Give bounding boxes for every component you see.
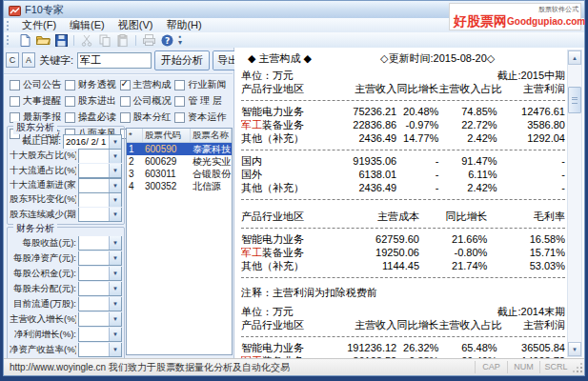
top10-float-combo[interactable]: ▼ — [78, 164, 122, 178]
toolbar-drag-handle[interactable] — [7, 35, 11, 45]
filter-capital-ops[interactable]: 资本运作 — [174, 110, 230, 124]
scroll-up-icon[interactable]: ▲ — [568, 50, 581, 65]
revenue-growth-combo[interactable]: ▼ — [78, 312, 122, 327]
filter-major-events[interactable]: 大事提醒 — [10, 94, 65, 108]
chevron-down-icon[interactable]: ▼ — [109, 328, 121, 341]
chevron-down-icon[interactable]: ▼ — [109, 236, 121, 250]
reserve-combo[interactable]: ▼ — [78, 267, 122, 281]
field-label: 主营收入增长(%): — [10, 313, 76, 326]
float-shares-combo[interactable]: ▼ — [78, 297, 122, 311]
holder-decrease-combo[interactable]: ▼ — [78, 208, 122, 222]
field-float-shares: 目前流通(万股):▼ — [10, 297, 122, 311]
goodgupiao-banner: 股票软件公式 好股票网 Goodgupiao.com — [449, 3, 581, 30]
scroll-down-icon[interactable]: ▼ — [568, 342, 581, 356]
print-icon[interactable] — [140, 33, 157, 48]
case-c-button[interactable]: C — [6, 52, 19, 68]
checkbox-box[interactable] — [65, 96, 75, 107]
header-stock-name[interactable]: 股票名称 — [191, 129, 232, 142]
menu-help[interactable]: 帮助(H) — [159, 17, 208, 33]
top10-new-combo[interactable]: ▼ — [78, 178, 122, 192]
caps-indicator: CAP — [475, 361, 507, 373]
field-label: 十大流通占比(%): — [10, 165, 76, 177]
checkbox-box[interactable] — [174, 96, 185, 107]
menu-edit[interactable]: 编辑(E) — [63, 17, 112, 33]
stock-row[interactable]: 2 600629 棱光实业 — [127, 155, 232, 168]
chevron-down-icon[interactable]: ▼ — [109, 251, 121, 265]
chevron-down-icon[interactable]: ▼ — [109, 267, 121, 280]
open-folder-icon[interactable] — [34, 33, 51, 48]
filter-finance-view[interactable]: 财务透视 — [65, 78, 120, 91]
cutoff-date-combo[interactable]: 2016/ 2/ 1 ▼ — [63, 134, 122, 149]
chevron-down-icon[interactable]: ▼ — [109, 135, 121, 149]
resize-grip[interactable] — [572, 362, 583, 373]
chevron-down-icon[interactable]: ▼ — [109, 150, 121, 163]
toolbar-overflow-icon[interactable]: ▪▾ — [178, 34, 182, 46]
checkbox-box[interactable] — [174, 112, 185, 123]
menu-view[interactable]: 视图(V) — [112, 17, 160, 33]
stock-list-header: * 股票代码 股票名称 — [127, 129, 232, 143]
chevron-down-icon[interactable]: ▼ — [109, 179, 121, 192]
cut-icon[interactable] — [78, 33, 95, 48]
header-index[interactable]: * — [127, 129, 143, 142]
checkbox-box[interactable] — [65, 80, 75, 90]
filter-holder-moves[interactable]: 股东进出 — [65, 94, 120, 108]
holder-change-combo[interactable]: ▼ — [78, 192, 122, 207]
unit-asof-row: 单位：万元 截止:2015中期 — [241, 69, 565, 82]
table-header: 产品行业地区 主营收入 同比增长 主营收入占比 主营利润 — [241, 318, 565, 331]
checkbox-box[interactable] — [10, 96, 20, 107]
filter-management[interactable]: 管 理 层 — [174, 94, 230, 108]
field-revenue-growth: 主营收入增长(%):▼ — [10, 312, 122, 327]
chevron-down-icon[interactable]: ▼ — [109, 312, 121, 326]
filter-dividend[interactable]: 股本分红 — [120, 110, 175, 124]
profit-growth-combo[interactable]: ▼ — [78, 328, 122, 342]
filter-company-announce[interactable]: 公司公告 — [10, 78, 65, 91]
menubar-drag-handle[interactable] — [7, 21, 11, 30]
header-stock-code[interactable]: 股票代码 — [143, 129, 191, 142]
dashed-divider — [241, 150, 565, 150]
menu-file[interactable]: 文件(F) — [15, 17, 63, 33]
chevron-down-icon[interactable]: ▼ — [109, 164, 121, 177]
checkbox-box[interactable] — [10, 80, 20, 90]
chevron-down-icon[interactable]: ▼ — [109, 343, 121, 356]
checkbox-box[interactable] — [65, 112, 75, 123]
checkbox-box[interactable] — [120, 112, 131, 123]
case-a-button[interactable]: A — [22, 52, 35, 68]
stock-result-list: * 股票代码 股票名称 1 600590 泰豪科技 2 600629 棱光实业 … — [126, 128, 233, 355]
field-label: 每股净资产(元): — [10, 252, 76, 265]
report-row: 智能电力业务 75236.2120.48%74.85%12476.61 — [241, 105, 565, 118]
top10-holders-combo[interactable]: ▼ — [78, 149, 122, 163]
chevron-down-icon[interactable]: ▼ — [109, 282, 121, 295]
scroll-thumb[interactable] — [568, 87, 581, 113]
keyword-input[interactable] — [77, 52, 152, 69]
new-file-icon[interactable] — [16, 33, 33, 48]
checkbox-box[interactable] — [174, 80, 185, 90]
stock-row[interactable]: 3 603011 合锻股份 — [127, 168, 232, 180]
field-label: 每股未分配(元): — [10, 283, 76, 295]
filter-company-profile[interactable]: 公司概况 — [120, 94, 175, 108]
checkbox-box[interactable] — [120, 80, 131, 90]
report-row: 国外 6138.01-6.11%- — [241, 168, 565, 181]
save-icon[interactable] — [52, 33, 70, 48]
stock-row[interactable]: 1 600590 泰豪科技 — [127, 143, 232, 155]
filter-industry-news[interactable]: 行业新闻 — [174, 78, 230, 91]
help-icon[interactable]: ? — [158, 33, 175, 48]
vertical-scrollbar[interactable]: ▲ ▼ — [567, 50, 582, 357]
stock-row[interactable]: 4 300352 北信源 — [127, 180, 232, 192]
roe-combo[interactable]: ▼ — [78, 343, 122, 357]
field-label: 股东连续减少(期): — [10, 209, 76, 221]
bps-combo[interactable]: ▼ — [78, 251, 122, 266]
eps-combo[interactable]: ▼ — [78, 236, 122, 251]
filter-main-business[interactable]: 主营构成 — [120, 78, 175, 91]
field-roe: 净资产收益率(%):▼ — [10, 343, 122, 357]
start-analysis-button[interactable]: 开始分析 — [154, 50, 210, 70]
copy-icon[interactable] — [96, 33, 113, 48]
table-header: 产品行业地区 主营收入 同比增长 主营收入占比 主营利润 — [241, 82, 565, 95]
paste-icon[interactable] — [114, 33, 132, 48]
filter-must-read[interactable]: 操盘必读 — [65, 110, 120, 124]
main-area: C A 关键字: 开始分析 导出到... ▼ 公司公告 财务透视 主营构成 行业… — [4, 48, 584, 359]
undistributed-combo[interactable]: ▼ — [78, 282, 122, 296]
chevron-down-icon[interactable]: ▼ — [109, 193, 121, 207]
chevron-down-icon[interactable]: ▼ — [109, 208, 121, 221]
chevron-down-icon[interactable]: ▼ — [109, 297, 121, 311]
checkbox-box[interactable] — [120, 96, 131, 107]
